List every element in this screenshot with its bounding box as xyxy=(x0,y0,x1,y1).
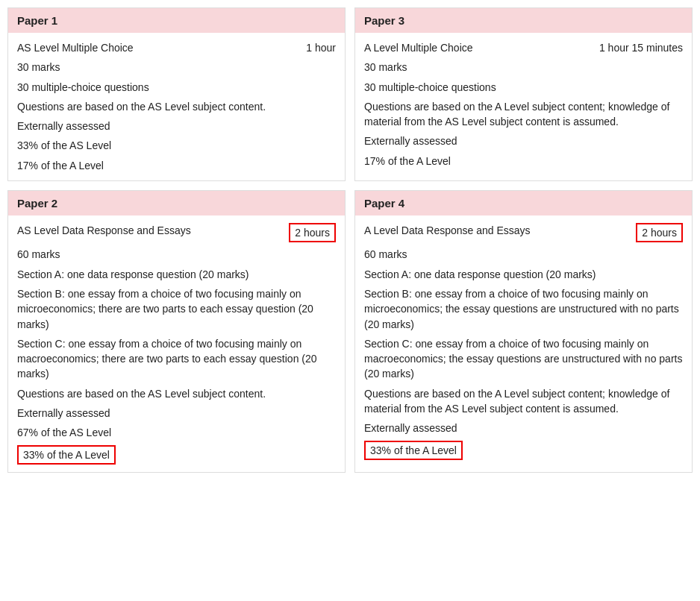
paper2-line-3: Section C: one essay from a choice of tw… xyxy=(17,336,336,382)
paper2-bottom-boxed: 33% of the A Level xyxy=(17,445,116,465)
paper2-subject: AS Level Data Response and Essays xyxy=(17,223,281,238)
paper2-top-row: AS Level Data Response and Essays2 hours xyxy=(17,223,336,242)
paper2-line-0: 60 marks xyxy=(17,247,336,262)
paper1-line-5: 17% of the A Level xyxy=(17,158,336,173)
paper3-top-row: A Level Multiple Choice1 hour 15 minutes xyxy=(364,40,683,55)
paper2-body: AS Level Data Response and Essays2 hours… xyxy=(8,215,345,472)
paper-card-paper1: Paper 1AS Level Multiple Choice1 hour30 … xyxy=(7,7,346,181)
paper1-top-row: AS Level Multiple Choice1 hour xyxy=(17,40,336,55)
paper1-header: Paper 1 xyxy=(8,8,345,33)
paper1-line-3: Externally assessed xyxy=(17,119,336,133)
paper4-duration: 2 hours xyxy=(636,223,683,242)
paper-card-paper2: Paper 2AS Level Data Response and Essays… xyxy=(7,190,346,473)
paper4-line-1: Section A: one data response question (2… xyxy=(364,267,683,282)
paper1-line-2: Questions are based on the AS Level subj… xyxy=(17,99,336,114)
paper4-bottom-boxed: 33% of the A Level xyxy=(364,441,463,460)
paper1-duration: 1 hour xyxy=(306,40,336,55)
paper3-line-0: 30 marks xyxy=(364,60,683,75)
paper4-line-6: 33% of the A Level xyxy=(364,441,683,460)
paper1-line-0: 30 marks xyxy=(17,60,336,75)
paper3-body: A Level Multiple Choice1 hour 15 minutes… xyxy=(355,33,692,176)
paper2-duration: 2 hours xyxy=(289,223,336,242)
paper-card-paper4: Paper 4A Level Data Response and Essays2… xyxy=(354,190,693,473)
paper2-line-2: Section B: one essay from a choice of tw… xyxy=(17,286,336,332)
paper4-top-row: A Level Data Response and Essays2 hours xyxy=(364,223,683,242)
paper-card-paper3: Paper 3A Level Multiple Choice1 hour 15 … xyxy=(354,7,693,181)
paper3-line-3: Externally assessed xyxy=(364,133,683,148)
paper4-line-0: 60 marks xyxy=(364,247,683,262)
papers-grid: Paper 1AS Level Multiple Choice1 hour30 … xyxy=(7,7,693,473)
paper4-line-5: Externally assessed xyxy=(364,421,683,435)
paper2-line-1: Section A: one data response question (2… xyxy=(17,267,336,282)
paper2-line-7: 33% of the A Level xyxy=(17,445,336,465)
paper4-duration-boxed: 2 hours xyxy=(636,223,683,242)
paper2-duration-boxed: 2 hours xyxy=(289,223,336,242)
paper4-line-4: Questions are based on the A Level subje… xyxy=(364,386,683,417)
paper1-body: AS Level Multiple Choice1 hour30 marks30… xyxy=(8,33,345,180)
paper1-line-1: 30 multiple-choice questions xyxy=(17,80,336,95)
paper3-duration: 1 hour 15 minutes xyxy=(599,40,683,55)
paper4-header: Paper 4 xyxy=(355,191,692,215)
paper3-line-1: 30 multiple-choice questions xyxy=(364,80,683,95)
paper2-line-4: Questions are based on the AS Level subj… xyxy=(17,386,336,401)
paper4-line-2: Section B: one essay from a choice of tw… xyxy=(364,286,683,332)
paper2-line-5: Externally assessed xyxy=(17,406,336,421)
paper1-line-4: 33% of the AS Level xyxy=(17,138,336,153)
paper4-line-3: Section C: one essay from a choice of tw… xyxy=(364,336,683,382)
paper3-line-2: Questions are based on the A Level subje… xyxy=(364,99,683,130)
paper3-line-4: 17% of the A Level xyxy=(364,154,683,169)
paper3-header: Paper 3 xyxy=(355,8,692,33)
paper4-body: A Level Data Response and Essays2 hours6… xyxy=(355,215,692,468)
paper3-subject: A Level Multiple Choice xyxy=(364,40,592,55)
paper1-subject: AS Level Multiple Choice xyxy=(17,40,299,55)
paper2-header: Paper 2 xyxy=(8,191,345,215)
paper4-subject: A Level Data Response and Essays xyxy=(364,223,628,238)
paper2-line-6: 67% of the AS Level xyxy=(17,425,336,440)
